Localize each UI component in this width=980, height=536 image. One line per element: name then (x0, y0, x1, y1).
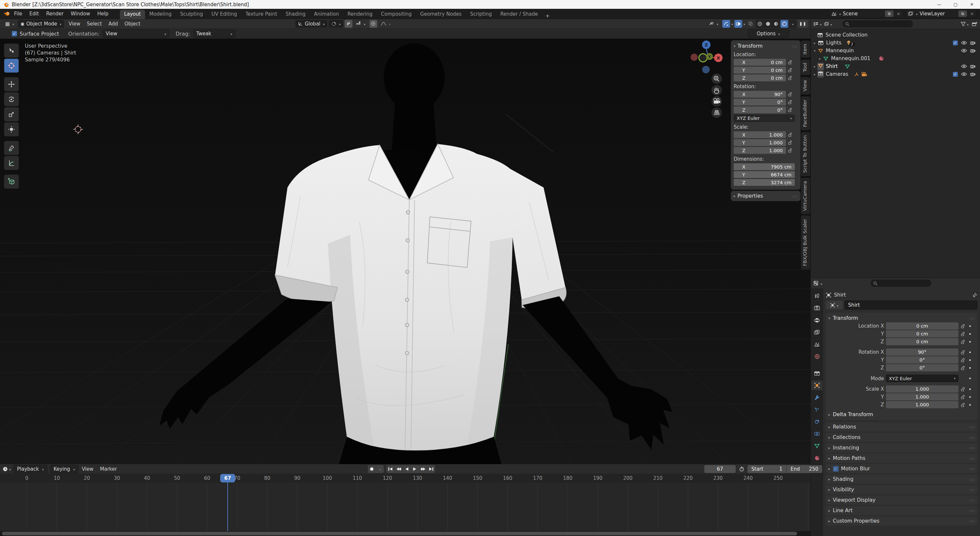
dimension-field[interactable]: Z 3274 cm (734, 179, 795, 186)
animate-dot[interactable] (969, 341, 971, 343)
timeline-menu[interactable]: View (78, 466, 97, 472)
scene-selector[interactable]: Scene ⧉ ✕ (829, 10, 903, 18)
lock-icon[interactable] (960, 402, 965, 407)
dimension-field[interactable]: Y 6674 cm (734, 171, 795, 178)
timeline-scrollbar-track[interactable] (0, 531, 810, 536)
prev-keyframe-button[interactable] (395, 465, 403, 473)
proportional-editing-icon[interactable] (369, 20, 377, 28)
lock-icon[interactable] (960, 387, 965, 391)
n-panel-tab[interactable]: Tool (801, 59, 810, 75)
hide-eye-icon[interactable] (961, 72, 967, 76)
tool-select-tweak[interactable] (4, 43, 19, 58)
outliner-search-input[interactable] (843, 20, 913, 27)
outliner-filter-mode[interactable] (824, 21, 832, 27)
lock-icon[interactable] (788, 148, 792, 153)
next-keyframe-button[interactable] (419, 465, 427, 473)
n-panel-properties-collapsed[interactable]: ▸Properties :::: (731, 191, 800, 201)
blender-menu-logo-icon[interactable] (3, 11, 10, 16)
animate-dot[interactable] (969, 378, 971, 379)
panel-expand-icon[interactable]: ▾ (734, 44, 736, 48)
n-panel-tab[interactable]: Item (801, 40, 810, 58)
collapse-arrow-icon[interactable]: ▾ (812, 49, 817, 52)
navigation-gizmo[interactable]: Y Z X (686, 39, 732, 124)
snap-magnet-icon[interactable] (345, 20, 353, 28)
timeline-menu[interactable]: Marker (97, 466, 120, 472)
transform-field[interactable]: 0 cm (886, 330, 958, 337)
tab-physics[interactable] (811, 417, 822, 426)
outliner-row-mannequin[interactable]: ▾ Mannequin (812, 47, 979, 54)
options-dropdown[interactable]: Options (748, 29, 789, 38)
collapsed-panel[interactable]: ▸Motion Paths :::: (826, 454, 977, 463)
shading-dropdown[interactable] (789, 20, 796, 28)
tool-transform[interactable] (4, 122, 19, 137)
rotation-mode-dropdown[interactable]: XYZ Euler (886, 375, 958, 382)
workspace-tab[interactable]: Shading (281, 10, 310, 19)
lock-icon[interactable] (788, 100, 792, 105)
play-button[interactable] (411, 465, 419, 473)
overlays-toggle-icon[interactable] (734, 20, 742, 28)
menu-item[interactable]: Render (43, 9, 67, 19)
n-panel-tab[interactable]: FaceBuilder (801, 96, 810, 130)
expand-arrow-icon[interactable]: ▸ (812, 73, 817, 76)
collapsed-panel[interactable]: ▸Relations :::: (826, 422, 977, 431)
transform-field[interactable]: 1.000 (886, 393, 958, 401)
tab-render[interactable] (811, 303, 822, 313)
tool-rotate[interactable] (4, 92, 19, 107)
pivot-point-dropdown[interactable] (329, 20, 343, 28)
lock-icon[interactable] (788, 75, 792, 80)
hide-eye-icon[interactable] (961, 41, 967, 45)
rotation-field[interactable]: X 90° (734, 91, 786, 98)
timeline-editor-type[interactable] (3, 466, 11, 472)
jump-to-end-button[interactable] (427, 465, 435, 473)
viewlayer-remove-button[interactable]: ✕ (969, 11, 975, 16)
lock-icon[interactable] (788, 132, 792, 137)
workspace-tab[interactable]: Geometry Nodes (416, 10, 466, 19)
animate-dot[interactable] (969, 396, 971, 398)
object-name-input[interactable]: Shirt (845, 301, 977, 310)
location-field[interactable]: X 0 cm (734, 59, 786, 66)
collapsed-panel[interactable]: ▸Custom Properties :::: (826, 516, 977, 526)
lock-icon[interactable] (788, 107, 792, 112)
disable-render-camera-icon[interactable] (970, 41, 975, 45)
transform-panel-header[interactable]: ▾ Transform :::: (829, 314, 975, 322)
transform-field[interactable]: 1.000 (886, 401, 958, 408)
collapsed-panel[interactable]: ▸Visibility :::: (826, 485, 977, 494)
object-visibility-dropdown[interactable] (706, 20, 721, 28)
gizmo-minus-y[interactable] (699, 54, 707, 62)
tool-annotate[interactable] (4, 141, 19, 155)
animate-dot[interactable] (969, 359, 971, 361)
falloff-dropdown[interactable] (378, 20, 393, 28)
scale-field[interactable]: Y 1.000 (734, 139, 786, 146)
scale-field[interactable]: Z 1.000 (734, 147, 786, 154)
motion-blur-checkbox[interactable]: ✓ (833, 466, 838, 472)
expand-arrow-icon[interactable]: ▸ (817, 57, 822, 60)
transform-field[interactable]: 0° (886, 356, 958, 364)
expand-arrow-icon[interactable]: ▸ (812, 65, 817, 68)
transform-field[interactable]: 90° (886, 348, 958, 356)
tab-constraints[interactable] (811, 429, 822, 439)
n-panel-tab[interactable]: Script To Button (801, 132, 810, 176)
exclude-checkbox[interactable]: ✓ (953, 72, 958, 77)
lock-icon[interactable] (788, 92, 792, 97)
animate-dot[interactable] (969, 404, 971, 406)
gizmo-toggle-icon[interactable] (722, 20, 730, 28)
n-panel-tab[interactable]: FBX/OBJ Bulk Scaler (801, 216, 810, 269)
tab-object-data[interactable] (811, 441, 822, 451)
use-preview-range-icon[interactable] (738, 465, 745, 473)
timeline-menu[interactable]: Playback (13, 465, 48, 473)
jump-to-start-button[interactable] (387, 465, 395, 473)
menu-item[interactable]: Help (94, 9, 112, 19)
end-frame-field[interactable]: End 250 (787, 465, 822, 473)
tool-scale[interactable] (4, 107, 19, 121)
orientation-select[interactable]: View (103, 29, 169, 38)
menu-item[interactable]: Edit (26, 9, 43, 19)
rotation-field[interactable]: Z 0° (734, 107, 786, 113)
pause-render-button[interactable]: ❚❚ (798, 20, 808, 28)
animate-dot[interactable] (969, 367, 971, 369)
gizmo-minus-x[interactable] (690, 54, 698, 61)
viewport-3d[interactable]: User Perspective (67) Cameras | Shirt Sa… (0, 39, 810, 464)
hide-eye-icon[interactable] (961, 64, 967, 68)
outliner-row-mannequin-001[interactable]: ▸ Mannequin.001 (812, 54, 979, 62)
disable-render-camera-icon[interactable] (970, 49, 975, 53)
shading-wireframe-icon[interactable] (756, 20, 764, 28)
